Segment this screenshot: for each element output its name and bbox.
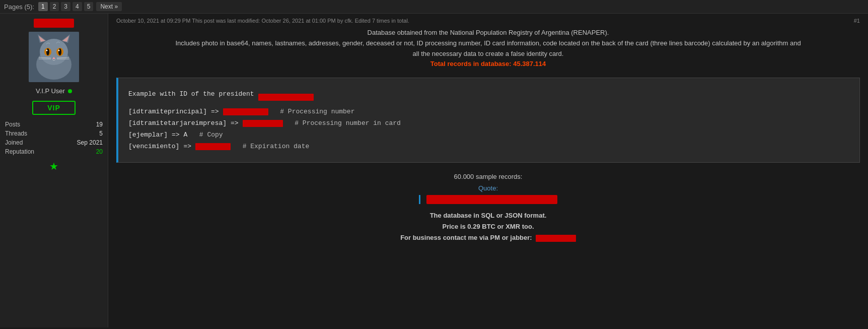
code-intro-line: Example with ID of the president: [128, 90, 849, 104]
pages-label: Pages (5):: [4, 3, 34, 11]
code-block: Example with ID of the president [idtram…: [116, 78, 860, 163]
stat-joined: Joined Sep 2021: [5, 139, 103, 146]
bottom-line1: The database in SQL or JSON format.: [116, 210, 860, 221]
code-key-2: [idtramitetarjareimpresa]: [128, 119, 227, 127]
post-number: #1: [854, 18, 860, 24]
stat-posts-label: Posts: [5, 121, 20, 128]
stat-joined-value: Sep 2021: [77, 139, 103, 146]
code-redacted-1: [223, 108, 268, 115]
page-5[interactable]: 5: [84, 2, 94, 11]
code-comment-1: # Processing number: [272, 108, 355, 115]
online-indicator: [68, 89, 72, 93]
bottom-line3: For business contact me via PM or jabber…: [116, 232, 860, 243]
stat-threads-label: Threads: [5, 130, 27, 137]
code-line-2: [idtramitetarjareimpresa] => # Processin…: [128, 119, 849, 127]
page-3[interactable]: 3: [61, 2, 70, 11]
svg-point-2: [40, 39, 68, 65]
post-body-line3: all the necessary data to create a false…: [116, 49, 860, 59]
code-intro-text: Example with ID of the president: [128, 90, 254, 98]
page-1[interactable]: 1: [38, 2, 48, 11]
code-line-4: [vencimiento] => # Expiration date: [128, 143, 849, 150]
pagination-bar: Pages (5): 1 2 3 4 5 Next »: [0, 0, 868, 14]
svg-point-11: [46, 50, 48, 51]
sample-section: 60.000 sample records: Quote: The databa…: [116, 173, 860, 243]
stat-reputation-value: 20: [96, 148, 103, 155]
code-line-3: [ejemplar] => A # Copy: [128, 131, 849, 139]
bottom-line3-text: For business contact me via PM or jabber…: [400, 234, 532, 241]
quote-block: [419, 195, 557, 204]
page-2[interactable]: 2: [50, 2, 59, 11]
code-redacted-4: [195, 143, 231, 150]
stat-threads-value: 5: [99, 130, 103, 137]
code-arrow-4: =>: [183, 143, 191, 150]
post-meta: October 10, 2021 at 09:29 PM This post w…: [116, 18, 860, 24]
code-key-4: [vencimiento]: [128, 143, 179, 150]
user-role-label: V.I.P User: [36, 87, 65, 95]
user-role: V.I.P User: [36, 87, 72, 95]
code-arrow-3: => A: [172, 131, 187, 139]
svg-point-10: [58, 48, 61, 55]
sidebar: V.I.P User VIP Posts 19 Threads 5 Joined…: [0, 14, 108, 327]
post-body-line1: Database obtained from the National Popu…: [116, 28, 860, 38]
code-key-1: [idtramiteprincipal]: [128, 108, 207, 115]
stat-posts: Posts 19: [5, 121, 103, 128]
svg-point-9: [46, 48, 49, 55]
vip-badge: VIP: [32, 101, 76, 115]
code-redacted-2: [243, 120, 283, 127]
code-line-1: [idtramiteprincipal] => # Processing num…: [128, 108, 849, 115]
quote-redacted: [426, 195, 557, 204]
post-body-line2: Includes photo in base64, names, lastnam…: [116, 38, 860, 49]
main-container: V.I.P User VIP Posts 19 Threads 5 Joined…: [0, 14, 868, 327]
total-records: Total records in database: 45.387.114: [116, 59, 860, 70]
svg-point-12: [58, 50, 60, 51]
post-body: Database obtained from the National Popu…: [116, 28, 860, 70]
code-arrow-1: =>: [211, 108, 219, 115]
next-button[interactable]: Next »: [96, 2, 122, 11]
bottom-text: The database in SQL or JSON format. Pric…: [116, 210, 860, 243]
stat-threads: Threads 5: [5, 130, 103, 137]
code-key-3: [ejemplar]: [128, 131, 168, 139]
stat-reputation: Reputation 20: [5, 148, 103, 155]
code-comment-2: # Processing number in card: [287, 119, 401, 127]
code-arrow-2: =>: [231, 119, 239, 127]
avatar: [29, 32, 79, 82]
stat-joined-label: Joined: [5, 139, 23, 146]
user-stats: Posts 19 Threads 5 Joined Sep 2021 Reput…: [5, 121, 103, 155]
quote-label: Quote:: [116, 184, 860, 192]
page-4[interactable]: 4: [73, 2, 82, 11]
username-redacted: [34, 19, 74, 28]
code-president-redacted: [258, 94, 314, 101]
stat-reputation-label: Reputation: [5, 148, 34, 155]
sample-records-label: 60.000 sample records:: [116, 173, 860, 180]
code-comment-3: # Copy: [191, 131, 223, 139]
stat-posts-value: 19: [96, 121, 103, 128]
contact-redacted: [536, 235, 576, 242]
code-comment-4: # Expiration date: [235, 143, 309, 150]
bottom-line2: Price is 0.29 BTC or XMR too.: [116, 221, 860, 232]
star-icon: ★: [49, 160, 58, 172]
post-content: October 10, 2021 at 09:29 PM This post w…: [108, 14, 868, 327]
post-timestamp: October 10, 2021 at 09:29 PM This post w…: [116, 18, 409, 24]
